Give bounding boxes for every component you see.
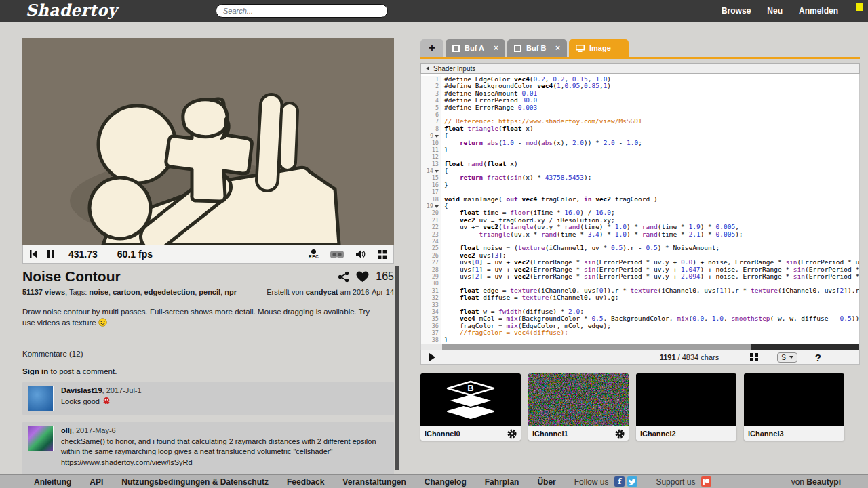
channel-thumbnail[interactable] [528,373,629,426]
channel-gear-button[interactable] [615,429,625,439]
header-nav: BrowseNeuAnmelden [722,6,838,16]
code-line: float rand(float x) [441,161,518,167]
share-icon[interactable] [338,271,349,283]
line-number: 3 [421,90,441,97]
footer-link-veranstaltungen[interactable]: Veranstaltungen [342,477,406,487]
tab-buf-b[interactable]: Buf B× [507,39,567,57]
signin-link[interactable]: Sign in [22,367,48,375]
comment-author[interactable]: ollj [61,426,72,434]
code-line [441,188,448,195]
line-number: 19 [421,203,441,209]
footer-link-feedback[interactable]: Feedback [287,477,324,487]
search-input[interactable] [216,4,388,18]
author-link[interactable]: candycat [306,288,338,296]
tag-edgedetection[interactable]: edgedetection [144,288,195,296]
new-tab-button[interactable]: + [420,39,443,57]
active-tab-rule [420,57,860,59]
footer-link--ber[interactable]: Über [537,477,555,487]
buffer-icon [452,45,460,52]
footer-link-nutzungsbedingungen-datenschutz[interactable]: Nutzungsbedingungen & Datenschutz [121,477,269,487]
tab-close-icon[interactable]: × [494,43,498,53]
comment-date: , 2017-May-6 [72,426,116,434]
channel-label-bar: iChannel3 [744,426,844,441]
comments-heading: Kommentare (12) [22,350,394,358]
comment-author[interactable]: Davislast19 [61,386,102,394]
comment-header: Davislast19, 2017-Jul-1 [61,386,142,396]
patreon-icon[interactable] [701,476,711,487]
code-line: float w = fwidth(diffuse) * 2.0; [441,308,584,315]
code-row: 21 vec2 uv = fragCoord.xy / iResolution.… [421,217,859,224]
channel-label-bar: iChannel2 [636,426,736,441]
vr-icon[interactable] [330,250,344,259]
fold-arrow-icon[interactable] [435,205,439,208]
code-row: 7// Reference: https://www.shadertoy.com… [421,118,859,125]
tab-close-icon[interactable]: × [555,43,560,53]
channel-gear-button[interactable] [507,429,517,439]
buffer-icon [514,45,521,52]
line-number: 34 [421,308,441,315]
twitter-icon[interactable] [627,476,637,487]
avatar[interactable] [28,426,54,451]
record-button[interactable]: REC [309,249,319,260]
code-line [441,111,448,118]
code-line [441,238,448,245]
channel-thumbnail[interactable]: B [420,373,521,426]
like-heart-icon[interactable] [356,271,369,283]
line-number: 2 [421,83,441,89]
nav-browse[interactable]: Browse [722,6,751,16]
comment-body: Davislast19, 2017-Jul-1Looks good [61,386,142,411]
fold-arrow-icon[interactable] [435,135,439,138]
facebook-icon[interactable]: f [614,476,625,487]
shadertoy-logo[interactable]: Shadertoy [26,1,117,19]
char-count: 1191 / 4834 chars [660,353,719,361]
volume-icon[interactable] [355,249,366,259]
font-size-dropdown[interactable]: S [777,352,797,363]
fullscreen-icon[interactable] [378,250,387,259]
code-line: #define NoiseAmount 0.01 [441,90,537,97]
code-row: 19{ [421,203,859,209]
code-line: fragColor = mix(EdgeColor, mCol, edge); [441,323,611,329]
fold-arrow-icon[interactable] [435,170,439,173]
support-icons [701,476,711,487]
social-icons: f [614,476,637,487]
code-row: 10 return abs(1.0 - mod(abs(x), 2.0)) * … [421,140,859,146]
footer-link-fahrplan[interactable]: Fahrplan [485,477,519,487]
tag-noise[interactable]: noise [89,288,108,296]
help-button[interactable]: ? [815,352,821,363]
code-area[interactable]: 1#define EdgeColor vec4(0.2, 0.2, 0.15, … [420,74,860,344]
hscroll-thumb[interactable] [751,344,859,350]
tab-buf-a[interactable]: Buf A× [446,39,505,57]
code-line: #define BackgroundColor vec4(1,0.95,0.85… [441,83,611,89]
tag-cartoon[interactable]: cartoon [113,288,140,296]
rewind-icon[interactable] [30,250,37,258]
channel-card: iChannel2 [636,373,736,441]
footer-link-anleitung[interactable]: Anleitung [34,477,71,487]
shader-canvas[interactable] [22,38,394,245]
line-number: 24 [421,238,441,245]
line-number: 38 [421,336,441,343]
nav-neu[interactable]: Neu [767,6,783,16]
compile-play-icon[interactable] [429,353,435,361]
shader-inputs-toggle[interactable]: Shader Inputs [420,63,860,74]
code-row: 31 float edge = texture(iChannel0, uvs[0… [421,287,859,294]
nav-anmelden[interactable]: Anmelden [799,6,838,16]
line-number: 27 [421,259,441,266]
footer-link-changelog[interactable]: Changelog [425,477,467,487]
comment-card: ollj, 2017-May-6checkSame() to honor, an… [22,422,394,474]
editor-fullscreen-icon[interactable] [750,353,758,361]
tag-npr[interactable]: npr [224,288,237,296]
line-number: 25 [421,245,441,251]
shader-meta: 51137 views, Tags: noise, cartoon, edged… [22,288,237,296]
tag-pencil[interactable]: pencil [199,288,220,296]
yellow-square-icon[interactable] [856,3,863,11]
channel-thumbnail[interactable] [744,373,844,426]
pause-icon[interactable] [47,250,54,258]
fps-counter: 60.1 fps [117,249,153,260]
channel-thumbnail[interactable] [636,373,736,426]
support-us-label: Support us [656,477,695,487]
svg-text:B: B [467,383,473,393]
footer-link-api[interactable]: API [90,477,103,487]
avatar[interactable] [28,386,54,411]
left-pane-scrollbar[interactable] [395,266,399,470]
tab-image[interactable]: Image [569,39,629,57]
